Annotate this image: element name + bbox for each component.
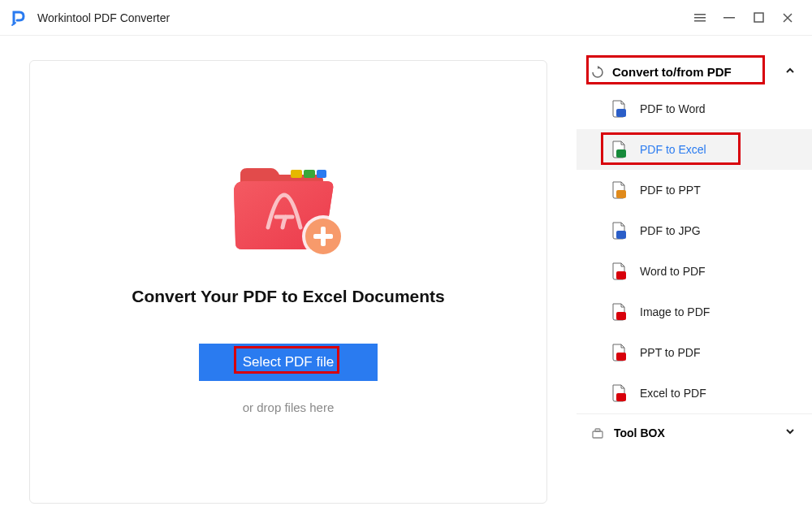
file-type-icon	[611, 181, 627, 199]
svg-rect-0	[694, 14, 706, 15]
file-type-icon	[611, 100, 627, 118]
sidebar-item-label: PDF to JPG	[640, 224, 701, 237]
sidebar-item[interactable]: PPT to PDF	[577, 332, 812, 373]
sidebar-section-convert[interactable]: Convert to/from PDF	[577, 55, 812, 89]
file-type-icon	[611, 344, 627, 361]
svg-rect-7	[317, 170, 326, 178]
sidebar-item[interactable]: Image to PDF	[577, 292, 812, 332]
file-type-icon	[611, 384, 627, 402]
svg-rect-21	[595, 429, 600, 431]
sidebar-item-label: PDF to Word	[640, 102, 706, 115]
sidebar-item-label: Image to PDF	[640, 305, 710, 318]
svg-rect-14	[616, 190, 626, 198]
sidebar-item-label: PDF to Excel	[640, 143, 706, 156]
svg-rect-19	[616, 393, 626, 401]
drop-area[interactable]: Convert Your PDF to Excel Documents Sele…	[29, 60, 547, 504]
chevron-down-icon	[784, 426, 796, 439]
app-title: Workintool PDF Converter	[37, 11, 170, 24]
svg-rect-5	[291, 170, 302, 178]
file-type-icon	[611, 141, 627, 158]
svg-rect-2	[694, 20, 706, 22]
sidebar-section-label: Convert to/from PDF	[612, 65, 732, 79]
svg-rect-6	[304, 170, 315, 178]
svg-rect-18	[616, 353, 626, 361]
svg-rect-13	[616, 149, 626, 158]
convert-icon	[591, 66, 604, 79]
toolbox-icon	[591, 426, 604, 439]
sidebar-item-label: Word to PDF	[640, 265, 706, 278]
sidebar-item[interactable]: PDF to PPT	[577, 170, 812, 210]
drop-hint: or drop files here	[243, 400, 335, 414]
sidebar-item[interactable]: Word to PDF	[577, 251, 812, 292]
sidebar-item-label: Excel to PDF	[640, 387, 706, 400]
svg-rect-12	[616, 109, 626, 117]
svg-rect-3	[723, 17, 735, 19]
file-type-icon	[611, 262, 627, 280]
svg-rect-11	[313, 234, 333, 239]
sidebar-item-label: PPT to PDF	[640, 346, 700, 359]
svg-rect-4	[754, 13, 763, 22]
svg-rect-15	[616, 231, 626, 239]
app-logo-icon	[10, 8, 29, 28]
file-type-icon	[611, 222, 627, 240]
sidebar-item[interactable]: Excel to PDF	[577, 373, 812, 413]
select-file-button[interactable]: Select PDF file	[199, 344, 378, 381]
file-type-icon	[611, 303, 627, 321]
main-heading: Convert Your PDF to Excel Documents	[132, 287, 444, 306]
maximize-button[interactable]	[744, 3, 773, 32]
menu-button[interactable]	[685, 3, 715, 32]
sidebar-item-label: PDF to PPT	[640, 184, 701, 197]
close-button[interactable]	[773, 3, 802, 32]
svg-rect-16	[616, 271, 626, 279]
sidebar-item[interactable]: PDF to Excel	[577, 129, 812, 170]
titlebar: Workintool PDF Converter	[0, 0, 812, 36]
svg-rect-20	[593, 431, 603, 438]
sidebar-list: PDF to Word PDF to Excel PDF to PPT PDF …	[577, 89, 812, 413]
sidebar-item[interactable]: PDF to Word	[577, 89, 812, 129]
minimize-button[interactable]	[715, 3, 744, 32]
sidebar-toolbox-label: Tool BOX	[614, 426, 665, 439]
chevron-up-icon	[784, 65, 796, 79]
folder-illustration-icon	[219, 150, 357, 264]
sidebar-section-toolbox[interactable]: Tool BOX	[577, 413, 812, 451]
svg-rect-17	[616, 312, 626, 320]
sidebar: Convert to/from PDF PDF to Word PDF to E…	[577, 36, 812, 528]
sidebar-item[interactable]: PDF to JPG	[577, 210, 812, 251]
svg-rect-1	[694, 17, 706, 19]
